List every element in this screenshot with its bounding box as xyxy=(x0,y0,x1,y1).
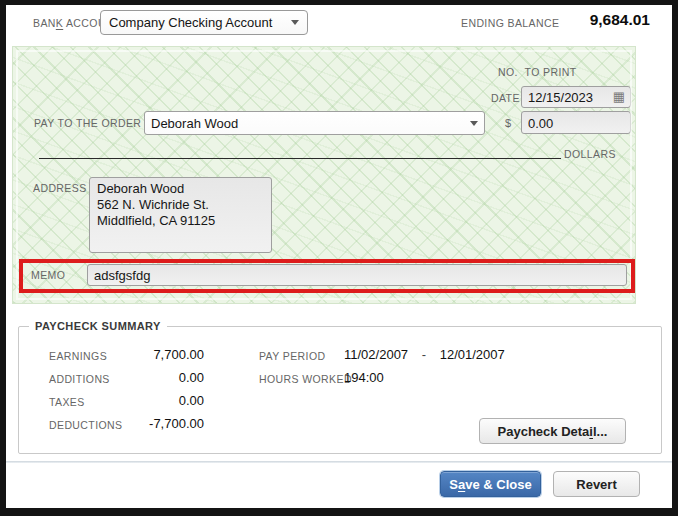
earnings-value: 7,700.00 xyxy=(97,347,204,362)
dollars-label: DOLLARS xyxy=(564,148,616,160)
pay-period-start: 11/02/2007 xyxy=(344,347,408,362)
paycheck-summary-panel: PAYCHECK SUMMARY EARNINGS 7,700.00 ADDIT… xyxy=(18,326,662,454)
ending-balance-value: 9,684.01 xyxy=(500,11,650,29)
write-checks-window: BANK ACCOUNT Company Checking Account EN… xyxy=(0,0,678,516)
dollar-sign-label: $ xyxy=(505,117,512,129)
bank-account-dropdown[interactable]: Company Checking Account xyxy=(100,10,308,35)
pay-period-separator: - xyxy=(422,347,426,362)
revert-button[interactable]: Revert xyxy=(553,471,640,497)
save-btn-accel: a xyxy=(458,477,465,492)
save-btn-pre: S xyxy=(449,477,458,492)
written-amount-line xyxy=(39,158,561,159)
pay-to-label: PAY TO THE ORDER OF xyxy=(34,117,160,129)
check-no-label: NO. TO PRINT xyxy=(498,66,577,78)
save-btn-post: ve & Close xyxy=(465,477,531,492)
payee-dropdown[interactable]: Deborah Wood xyxy=(144,111,485,135)
pay-period-value: 11/02/2007 - 12/01/2007 xyxy=(344,347,505,362)
bank-label-pre: BAN xyxy=(33,17,56,29)
taxes-value: 0.00 xyxy=(97,393,204,408)
address-textarea[interactable]: Deborah Wood 562 N. Wichride St. Middlfi… xyxy=(89,177,272,253)
amount-input[interactable] xyxy=(521,111,631,134)
to-print-label: TO PRINT xyxy=(525,66,577,78)
address-label: ADDRESS xyxy=(33,182,87,194)
bank-account-value: Company Checking Account xyxy=(109,15,272,30)
save-and-close-button[interactable]: Save & Close xyxy=(440,471,541,497)
hours-worked-label: HOURS WORKED xyxy=(259,373,352,385)
detail-btn-pre: Paycheck Deta xyxy=(498,424,590,439)
memo-label: MEMO xyxy=(31,269,65,281)
calendar-icon[interactable]: ▦ xyxy=(613,89,625,104)
memo-input[interactable] xyxy=(87,264,627,286)
footer-separator xyxy=(6,461,672,463)
detail-btn-post: l... xyxy=(593,424,607,439)
date-label: DATE xyxy=(491,92,520,104)
paycheck-summary-title: PAYCHECK SUMMARY xyxy=(29,320,167,332)
hours-worked-value: 194:00 xyxy=(344,370,384,385)
chevron-down-icon xyxy=(470,121,478,126)
check-region: NO. TO PRINT DATE ▦ PAY TO THE ORDER OF … xyxy=(12,46,636,304)
payee-value: Deborah Wood xyxy=(151,116,238,131)
date-field-wrap: ▦ xyxy=(521,86,631,108)
paycheck-detail-button[interactable]: Paycheck Detail... xyxy=(479,418,626,444)
pay-period-end: 12/01/2007 xyxy=(440,347,505,362)
pay-period-label: PAY PERIOD xyxy=(259,350,325,362)
chevron-down-icon xyxy=(291,20,299,25)
taxes-label: TAXES xyxy=(49,396,85,408)
deductions-value: -7,700.00 xyxy=(97,416,204,431)
additions-value: 0.00 xyxy=(97,370,204,385)
no-label: NO. xyxy=(498,66,518,78)
